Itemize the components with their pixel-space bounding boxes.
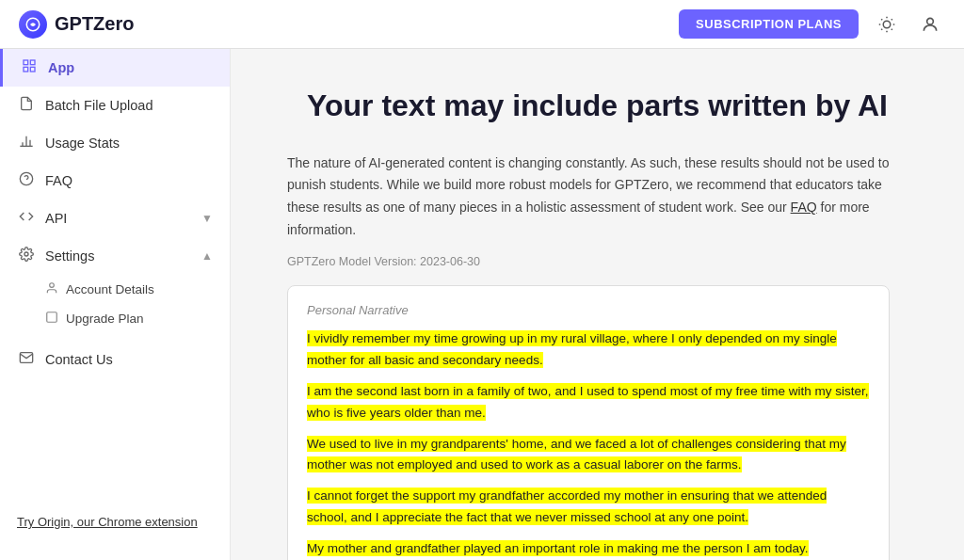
theme-toggle-button[interactable]: [872, 9, 902, 40]
sidebar-item-usage-stats[interactable]: Usage Stats: [0, 124, 230, 162]
sidebar-item-api-label: API: [45, 211, 67, 226]
logo-text: GPTZero: [55, 13, 134, 35]
highlighted-text: I vividly remember my time growing up in…: [307, 328, 870, 560]
logo-icon: [19, 10, 47, 39]
sidebar: App Batch File Upload Usag: [0, 49, 231, 560]
header-right: SUBSCRIPTION PLANS: [679, 9, 945, 40]
sidebar-item-api[interactable]: API ▼: [0, 200, 230, 237]
logo: GPTZero: [19, 10, 134, 39]
svg-rect-23: [47, 312, 57, 323]
contact-us-label: Contact Us: [45, 352, 113, 367]
user-icon: [45, 281, 58, 297]
disclaimer-text: The nature of AI-generated content is ch…: [287, 152, 890, 242]
chevron-down-icon: ▼: [201, 212, 213, 225]
text-paragraph: I vividly remember my time growing up in…: [307, 328, 870, 372]
sidebar-item-usage-label: Usage Stats: [45, 136, 120, 151]
mail-icon: [17, 350, 36, 369]
svg-rect-13: [24, 67, 28, 72]
sidebar-item-batch-file-upload[interactable]: Batch File Upload: [0, 87, 230, 124]
result-title: Your text may include parts written by A…: [287, 87, 908, 126]
layout: App Batch File Upload Usag: [0, 49, 964, 560]
subscription-plans-button[interactable]: SUBSCRIPTION PLANS: [679, 9, 859, 39]
settings-icon: [17, 247, 36, 265]
sidebar-item-batch-label: Batch File Upload: [45, 98, 153, 113]
sidebar-item-faq-label: FAQ: [45, 173, 72, 188]
svg-rect-11: [24, 60, 28, 65]
text-paragraph: I am the second last born in a family of…: [307, 381, 870, 424]
chevron-up-icon: ▲: [201, 249, 213, 263]
sidebar-item-account-details[interactable]: Account Details: [45, 275, 230, 304]
svg-point-21: [24, 252, 28, 256]
code-icon: [17, 209, 36, 228]
svg-line-5: [892, 28, 892, 29]
help-circle-icon: [17, 171, 36, 190]
settings-submenu: Account Details Upgrade Plan: [0, 275, 230, 333]
header: GPTZero SUBSCRIPTION PLANS: [0, 0, 964, 49]
chrome-extension-section: Try Origin, our Chrome extension: [0, 502, 230, 541]
account-details-label: Account Details: [66, 282, 154, 296]
svg-line-4: [881, 19, 882, 20]
upgrade-plan-label: Upgrade Plan: [66, 312, 144, 326]
faq-link[interactable]: FAQ: [791, 200, 817, 215]
chrome-extension-link[interactable]: Try Origin, our Chrome extension: [17, 515, 198, 529]
svg-rect-14: [30, 67, 35, 72]
sidebar-item-settings-label: Settings: [45, 248, 94, 264]
sidebar-item-settings[interactable]: Settings ▲: [0, 237, 230, 275]
sidebar-item-app-label: App: [48, 60, 74, 75]
square-icon: [45, 311, 58, 327]
text-paragraph: We used to live in my grandparents' home…: [307, 434, 870, 477]
text-label: Personal Narrative: [307, 303, 870, 317]
text-paragraph: I cannot forget the support my grandfath…: [307, 486, 870, 529]
sidebar-item-contact-us[interactable]: Contact Us: [0, 341, 230, 378]
bar-chart-icon: [17, 134, 36, 152]
main-content: Your text may include parts written by A…: [231, 49, 964, 560]
svg-point-22: [50, 283, 55, 288]
grid-icon: [20, 58, 39, 77]
text-paragraph: My mother and grandfather played an impo…: [307, 538, 870, 560]
svg-line-8: [881, 28, 882, 29]
svg-point-10: [927, 18, 934, 24]
user-profile-button[interactable]: [915, 9, 945, 40]
svg-line-9: [892, 19, 892, 20]
svg-rect-12: [30, 60, 35, 65]
sidebar-item-faq[interactable]: FAQ: [0, 162, 230, 200]
svg-point-1: [883, 21, 891, 28]
file-icon: [17, 96, 36, 115]
model-version: GPTZero Model Version: 2023-06-30: [287, 255, 908, 268]
sidebar-item-app[interactable]: App: [0, 49, 230, 87]
sidebar-item-upgrade-plan[interactable]: Upgrade Plan: [45, 304, 230, 333]
text-analysis-box: Personal Narrative I vividly remember my…: [287, 285, 890, 560]
